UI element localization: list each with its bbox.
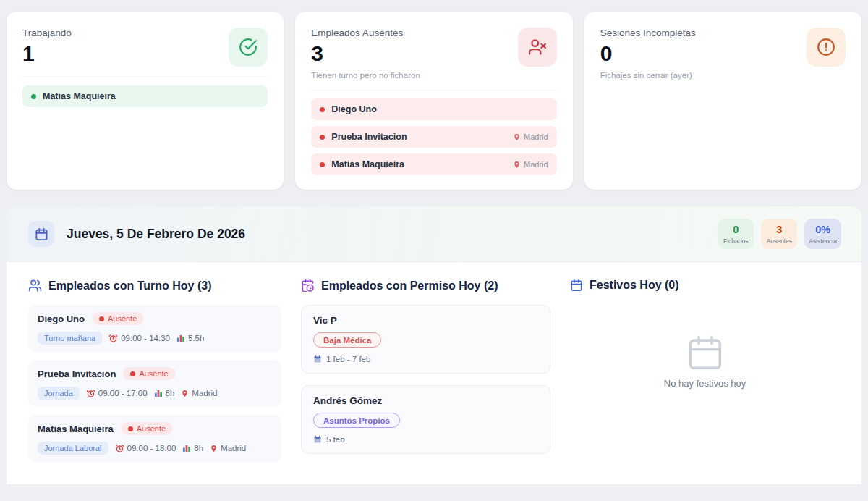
employee-location: Madrid — [524, 132, 548, 141]
shift-hours: 5.5h — [188, 334, 204, 342]
permit-card[interactable]: Andrés Gómez Asuntos Propios 5 feb — [301, 385, 550, 454]
alarm-clock-icon — [109, 334, 118, 343]
shift-hours: 8h — [194, 444, 203, 452]
employee-name: Matias Maquieira — [43, 91, 116, 101]
status-badge: Ausente — [121, 422, 173, 435]
shift-row[interactable]: Matias Maquieira Ausente Jornada Laboral… — [28, 415, 281, 462]
user-x-icon — [518, 28, 557, 67]
calendar-clock-icon — [301, 279, 315, 292]
card-title: Empleados Ausentes — [311, 28, 420, 38]
calendar-empty-icon — [686, 333, 725, 372]
status-dot — [31, 94, 36, 99]
map-pin-icon — [210, 445, 218, 452]
permit-type-badge: Baja Médica — [313, 332, 381, 348]
shift-row[interactable]: Prueba Invitacion Ausente Jornada 09:00 … — [28, 360, 281, 407]
shift-type-badge: Jornada — [38, 387, 80, 400]
shifts-title: Empleados con Turno Hoy (3) — [48, 279, 212, 292]
status-dot — [128, 426, 133, 431]
divider — [22, 77, 268, 77]
card-title: Trabajando — [22, 28, 72, 38]
permit-dates: 5 feb — [326, 435, 345, 444]
stat-ausentes: 3 Ausentes — [761, 219, 797, 249]
status-dot — [99, 316, 104, 321]
shift-type-badge: Jornada Laboral — [38, 442, 109, 455]
card-count: 0 — [600, 41, 696, 65]
status-dot — [320, 107, 325, 112]
map-pin-icon — [513, 161, 521, 169]
holidays-empty-text: No hay festivos hoy — [664, 378, 746, 389]
alert-circle-icon — [807, 28, 846, 67]
employee-name: Prueba Invitacion — [331, 132, 407, 142]
shift-time: 09:00 - 14:30 — [121, 334, 170, 342]
shift-time: 09:00 - 18:00 — [127, 444, 176, 452]
employee-name: Matias Maquieira — [331, 159, 404, 169]
employee-name: Andrés Gómez — [313, 395, 538, 406]
mini-calendar-icon — [313, 435, 322, 444]
employee-name: Prueba Invitacion — [38, 369, 116, 379]
card-subtitle: Fichajes sin cerrar (ayer) — [600, 71, 696, 80]
status-dot — [320, 162, 325, 167]
permits-title: Empleados con Permiso Hoy (2) — [321, 279, 498, 292]
shifts-column: Empleados con Turno Hoy (3) Diego Uno Au… — [28, 279, 281, 470]
card-sesiones-incompletas: Sesiones Incompletas 0 Fichajes sin cerr… — [584, 12, 861, 190]
card-ausentes: Empleados Ausentes 3 Tienen turno pero n… — [295, 12, 572, 190]
card-count: 3 — [311, 41, 420, 65]
permit-dates: 1 feb - 7 feb — [326, 355, 370, 363]
shift-hours: 8h — [166, 389, 175, 397]
day-stats: 0 Fichados 3 Ausentes 0% Asistencia — [718, 219, 841, 249]
employee-name: Diego Uno — [331, 104, 377, 114]
status-badge: Ausente — [123, 367, 175, 380]
calendar-icon — [28, 221, 54, 247]
calendar-icon — [570, 279, 583, 292]
employee-location: Madrid — [524, 160, 548, 169]
employee-name: Diego Uno — [38, 313, 85, 324]
status-dot — [320, 135, 325, 140]
employee-name: Vic P — [313, 315, 538, 326]
shift-row[interactable]: Diego Uno Ausente Turno mañana 09:00 - 1… — [28, 305, 281, 352]
status-badge: Ausente — [92, 312, 144, 325]
alarm-clock-icon — [115, 444, 124, 453]
summary-cards-row: Trabajando 1 Matias Maquieira Empleados … — [0, 0, 868, 190]
shift-time: 09:00 - 17:00 — [98, 389, 148, 397]
working-employee-row[interactable]: Matias Maquieira — [22, 85, 268, 107]
map-pin-icon — [513, 133, 521, 141]
bar-chart-icon — [154, 389, 163, 397]
check-circle-icon — [229, 28, 268, 67]
permit-type-badge: Asuntos Propios — [313, 413, 400, 428]
permits-column: Empleados con Permiso Hoy (2) Vic P Baja… — [301, 279, 550, 470]
card-trabajando: Trabajando 1 Matias Maquieira — [7, 12, 284, 190]
holidays-empty-state: No hay festivos hoy — [570, 304, 840, 389]
day-panel: Jueves, 5 De Febrero De 2026 0 Fichados … — [7, 206, 861, 484]
card-title: Sesiones Incompletas — [600, 28, 696, 38]
stat-asistencia: 0% Asistencia — [804, 219, 841, 249]
permit-card[interactable]: Vic P Baja Médica 1 feb - 7 feb — [301, 305, 550, 374]
holidays-column: Festivos Hoy (0) No hay festivos hoy — [570, 279, 840, 470]
card-count: 1 — [22, 41, 72, 65]
mini-calendar-icon — [313, 355, 322, 363]
alarm-clock-icon — [86, 389, 95, 398]
bar-chart-icon — [182, 444, 191, 452]
shift-type-badge: Turno mañana — [38, 332, 102, 345]
stat-fichados: 0 Fichados — [718, 219, 754, 249]
date-header: Jueves, 5 De Febrero De 2026 0 Fichados … — [7, 206, 861, 262]
card-subtitle: Tienen turno pero no ficharon — [311, 71, 420, 80]
absent-employee-row[interactable]: Prueba Invitacion Madrid — [311, 126, 556, 148]
absent-employee-row[interactable]: Matias Maquieira Madrid — [311, 153, 556, 175]
users-icon — [28, 279, 42, 292]
shift-location: Madrid — [192, 389, 217, 397]
divider — [311, 90, 556, 90]
shift-location: Madrid — [221, 444, 246, 452]
bar-chart-icon — [176, 334, 185, 342]
employee-name: Matias Maquieira — [38, 424, 114, 434]
date-title: Jueves, 5 De Febrero De 2026 — [67, 227, 245, 242]
absent-employee-row[interactable]: Diego Uno — [311, 98, 556, 120]
map-pin-icon — [181, 390, 189, 397]
holidays-title: Festivos Hoy (0) — [590, 279, 679, 292]
status-dot — [130, 371, 135, 376]
